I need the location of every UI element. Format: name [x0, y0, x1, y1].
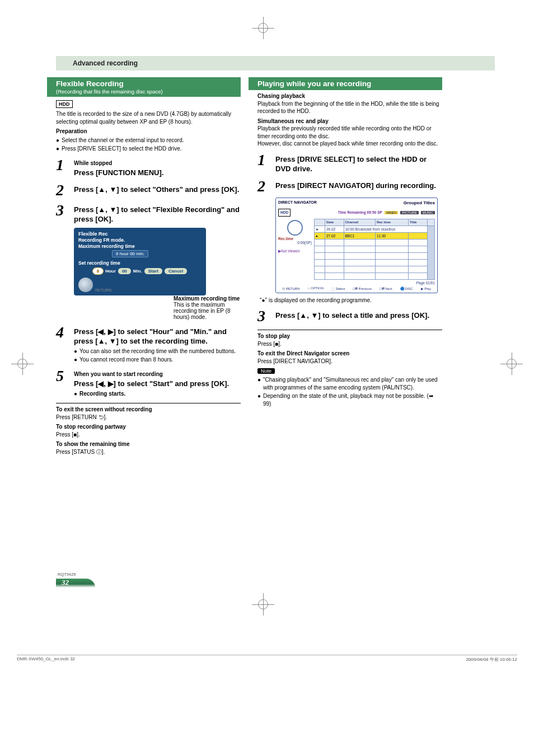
step-2-text: Press [▲, ▼] to select "Others" and pres… [74, 185, 241, 195]
step-5-note: When you want to start recording [74, 370, 241, 378]
dn-footer-next[interactable]: □⇄ Next [380, 287, 392, 290]
note-tag: Note [257, 368, 275, 374]
dn-col-title: Title [409, 219, 428, 226]
panel-hour-value[interactable]: 8 [93, 268, 103, 274]
dn-scrollbar[interactable] [428, 226, 435, 279]
stop-play-bold: To stop play [257, 332, 442, 340]
prep-bullet-2: ●Press [DRIVE SELECT] to select the HDD … [56, 145, 241, 153]
recording-note: "●" is displayed on the recording progra… [260, 297, 442, 304]
right-step-3-number: 3 [257, 308, 270, 324]
panel-title: Flexible Rec [78, 231, 202, 237]
dn-hdd-badge: HDD [278, 209, 291, 217]
step-2: 2 Press [▲, ▼] to select "Others" and pr… [56, 182, 241, 198]
panel-set-label: Set recording time [78, 260, 202, 266]
dn-table: Date Channel Rec time Title ► 26.02 10:0… [314, 219, 435, 280]
step-3-number: 3 [56, 203, 68, 218]
dn-row-1-date: 26.02 [325, 226, 344, 232]
direct-navigator-panel: DIRECT NAVIGATOR Grouped Titles HDD Time… [275, 198, 438, 293]
print-footer: DMR-XW450_GL_en.indb 32 2009/04/08 午前 10… [17, 655, 517, 663]
dn-not-viewed[interactable]: ▶Not Viewed [278, 249, 312, 253]
right-step-3: 3 Press [▲, ▼] to select a title and pre… [257, 308, 442, 324]
stop-play-body: Press [■]. [257, 340, 442, 348]
dn-row-empty [315, 246, 435, 252]
step-5-after: ●Recording starts. [74, 390, 241, 398]
dn-footer-disc[interactable]: 🔵 DISC [400, 287, 413, 290]
right-step-2-text: Press [DIRECT NAVIGATOR] during recordin… [275, 181, 442, 191]
step-4-bullet-2: ●You cannot record more than 8 hours. [74, 356, 241, 364]
step-4-number: 4 [56, 325, 68, 340]
step-5-text: Press [◀, ▶] to select "Start" and press… [74, 379, 229, 388]
panel-caption: Maximum recording time This is the maxim… [174, 295, 241, 320]
dn-tab-video[interactable]: VIDEO [385, 211, 399, 214]
dn-page-indicator: Page 01/01 [314, 281, 435, 285]
show-remaining-bold: To show the remaining time [56, 440, 241, 448]
dn-row-empty [315, 252, 435, 259]
panel-min-label: Min. [133, 269, 142, 274]
caption-body: This is the maximum recording time in EP… [174, 302, 241, 320]
dn-rectime-value: 0:00(SP) [278, 241, 312, 245]
dn-row-2-rt: 11:30 [375, 232, 408, 239]
dn-row-1[interactable]: ► 26.02 10:00 Broadcast from cloudbox [315, 226, 435, 232]
right-step-1-number: 1 [257, 152, 270, 168]
stop-partway-body: Press [■]. [56, 431, 241, 439]
dn-row-2-title [409, 232, 428, 239]
dn-col-rectime: Rec time [375, 219, 408, 226]
prep-bullet-1-text: Select the channel or the external input… [62, 137, 184, 144]
chasing-body: Playback from the beginning of the title… [257, 100, 442, 115]
note-bullet-1: ●"Chasing playback" and "Simultaneous re… [257, 376, 442, 391]
right-step-3-text: Press [▲, ▼] to select a title and press… [275, 311, 442, 321]
exit-withoutrec-bold: To exit the screen without recording [56, 406, 241, 414]
dn-row-2-rec-icon: ● [315, 232, 325, 239]
registration-mark-bottom [252, 593, 274, 616]
dn-row-empty [315, 266, 435, 273]
dn-col-date: Date [325, 219, 344, 226]
registration-mark-left [11, 353, 34, 375]
step-4-text: Press [◀, ▶] to select "Hour" and "Min."… [74, 327, 227, 346]
note-bullet-1-text: "Chasing playback" and "Simultaneous rec… [263, 376, 442, 391]
dn-tab-picture[interactable]: PICTURE [400, 211, 418, 214]
panel-hour-label: Hour [105, 269, 116, 274]
rqt-code: RQT9429 [58, 572, 76, 577]
dn-footer-return[interactable]: ⊙ RETURN [282, 287, 300, 290]
panel-min-value[interactable]: 00 [118, 268, 131, 274]
panel-start-button[interactable]: Start [144, 268, 162, 274]
step-4-bullet-2-text: You cannot record more than 8 hours. [79, 356, 174, 364]
print-footer-timestamp: 2009/04/08 午前 10:06:12 [466, 656, 517, 663]
caption-bold: Maximum recording time [174, 295, 241, 302]
hdd-tag: HDD [56, 100, 73, 108]
step-3: 3 Press [▲, ▼] to select "Flexible Recor… [56, 203, 241, 224]
exit-dn-body: Press [DIRECT NAVIGATOR]. [257, 358, 442, 365]
divider-left [56, 403, 241, 403]
registration-mark-right [500, 353, 523, 375]
dn-remaining: Time Remaining 69:50 SP [293, 210, 382, 214]
left-column: Flexible Recording (Recording that fits … [56, 77, 241, 456]
dn-row-1-title: 10:00 Broadcast from cloudbox [344, 226, 428, 232]
dn-row-empty [315, 239, 435, 246]
dn-row-empty [315, 259, 435, 266]
dn-title-left: DIRECT NAVIGATOR [278, 200, 317, 205]
right-step-1-text: Press [DRIVE SELECT] to select the HDD o… [275, 154, 442, 174]
step-4: 4 Press [◀, ▶] to select "Hour" and "Min… [56, 325, 241, 364]
feature-title-right: Playing while you are recording [249, 77, 442, 90]
feature-title-text: Flexible Recording [56, 79, 124, 88]
stop-partway-bold: To stop recording partway [56, 423, 241, 431]
panel-return-label: RETURN [95, 288, 111, 292]
dn-footer-prev[interactable]: □⇄ Previous [353, 287, 372, 290]
flexible-rec-panel: Flexible Rec Recording FR mode. Maximum … [74, 228, 206, 295]
dn-footer-option[interactable]: ○ OPTION [308, 287, 324, 290]
feature-title-left: Flexible Recording (Recording that fits … [47, 77, 241, 97]
panel-disc-icon [78, 278, 93, 292]
dn-footer-play[interactable]: ▶ Play [421, 287, 431, 290]
panel-timebox: 8 hour 00 min. [112, 250, 148, 257]
dn-footer-select[interactable]: ⬚ Select [331, 287, 345, 290]
dn-row-2[interactable]: ● 27.02 BBC1 11:30 [315, 232, 435, 239]
step-5-number: 5 [56, 368, 68, 384]
divider-right [257, 330, 442, 330]
step-3-text: Press [▲, ▼] to select "Flexible Recordi… [74, 205, 241, 224]
dn-tab-music[interactable]: MUSIC [421, 211, 435, 214]
right-step-2: 2 Press [DIRECT NAVIGATOR] during record… [257, 179, 442, 194]
step-1-number: 1 [56, 157, 68, 173]
dn-footer: ⊙ RETURN ○ OPTION ⬚ Select □⇄ Previous □… [278, 287, 435, 290]
panel-cancel-button[interactable]: Cancel [165, 268, 187, 274]
prep-bullet-1: ●Select the channel or the external inpu… [56, 137, 241, 144]
